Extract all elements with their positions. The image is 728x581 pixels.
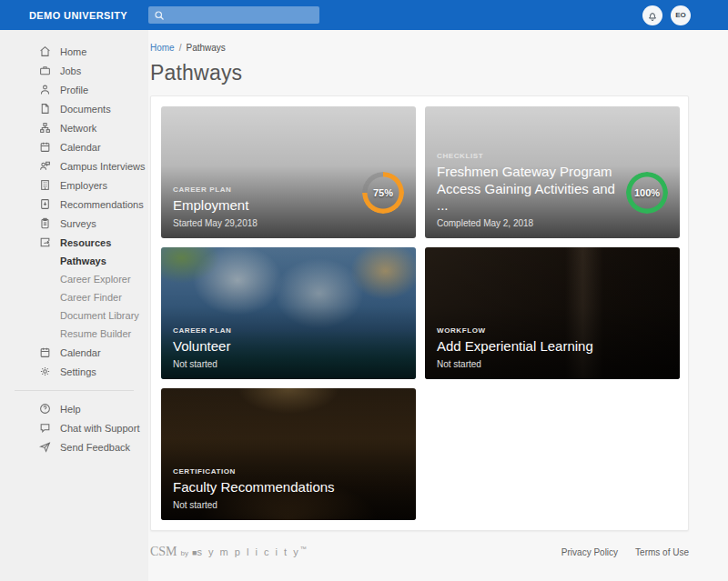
sidebar-item-label: Settings [60,366,96,377]
sidebar-subitem-resume-builder[interactable]: Resume Builder [0,325,148,343]
sidebar-item-label: Calendar [60,347,101,358]
trademark-symbol: ™ [300,546,308,552]
top-bar: DEMO UNIVERSITY EO [0,0,728,30]
sidebar-item-jobs[interactable]: Jobs [0,61,148,80]
sidebar-subitem-label: Document Library [60,310,139,321]
sidebar-item-label: Home [60,46,86,57]
sidebar-subitem-career-finder[interactable]: Career Finder [0,288,148,306]
sidebar-item-home[interactable]: Home [0,42,148,61]
sidebar-item-send-feedback[interactable]: Send Feedback [0,437,148,456]
card-status: Not started [173,500,352,510]
csm-wordmark: CSM [150,545,177,559]
sidebar-item-label: Documents [60,104,111,115]
topbar-actions: EO [642,5,728,25]
pathway-card-freshmen-gateway[interactable]: CHECKLIST Freshmen Gateway Program Acces… [425,106,680,238]
card-status: Not started [173,359,352,369]
pathway-card-employment[interactable]: CAREER PLAN Employment Started May 29,20… [161,106,416,238]
help-icon [38,403,51,416]
sidebar-item-resources[interactable]: Resources [0,233,148,252]
sidebar-item-label: Campus Interviews [60,161,146,172]
breadcrumb: Home / Pathways [150,43,689,53]
interview-icon [38,160,51,173]
breadcrumb-separator: / [179,43,182,53]
sidebar-item-calendar[interactable]: Calendar [0,137,148,156]
sidebar-item-surveys[interactable]: Surveys [0,214,148,233]
sidebar-subitem-label: Career Finder [60,292,122,303]
logo-by-text: by [181,549,188,557]
survey-icon [38,217,51,230]
bell-icon [647,10,658,21]
sidebar-item-label: Resources [60,237,111,248]
sidebar: Home Jobs Profile Documents Network [0,30,148,581]
sidebar-item-label: Calendar [60,142,101,153]
privacy-policy-link[interactable]: Privacy Policy [561,547,618,557]
card-category: CERTIFICATION [173,467,352,476]
calendar-icon [38,346,51,359]
sidebar-item-documents[interactable]: Documents [0,99,148,118]
sidebar-item-profile[interactable]: Profile [0,80,148,99]
page-title: Pathways [150,61,689,85]
terms-of-use-link[interactable]: Terms of Use [635,547,689,557]
sidebar-item-recommendations[interactable]: Recommendations [0,195,148,214]
card-text: CHECKLIST Freshmen Gateway Program Acces… [437,152,616,228]
send-icon [38,441,51,454]
pathway-card-experiential-learning[interactable]: WORKFLOW Add Experiential Learning Not s… [425,247,680,379]
sidebar-item-label: Chat with Support [60,423,139,434]
card-category: CHECKLIST [437,152,616,160]
sidebar-subitem-label: Resume Builder [60,328,131,339]
footer-links: Privacy Policy Terms of Use [561,547,689,557]
card-title: Freshmen Gateway Program Access Gaining … [437,164,616,215]
notifications-button[interactable] [642,5,662,25]
sidebar-item-label: Recommendations [60,199,144,210]
sidebar-subitem-career-explorer[interactable]: Career Explorer [0,270,148,288]
card-text: CERTIFICATION Faculty Recommendations No… [173,467,352,510]
sidebar-item-chat-with-support[interactable]: Chat with Support [0,418,148,437]
card-status: Completed May 2, 2018 [437,218,616,228]
sidebar-item-label: Help [60,404,81,415]
sidebar-item-label: Send Feedback [60,442,130,453]
building-icon [38,179,51,192]
pathway-card-faculty-recommendations[interactable]: CERTIFICATION Faculty Recommendations No… [161,388,416,520]
progress-label: 75% [362,172,404,214]
pathway-cards-grid: CAREER PLAN Employment Started May 29,20… [161,106,678,520]
user-avatar[interactable]: EO [671,5,691,25]
breadcrumb-current: Pathways [186,43,225,53]
progress-label: 100% [626,172,668,214]
pathway-card-volunteer[interactable]: CAREER PLAN Volunteer Not started [161,247,416,379]
briefcase-icon [38,65,51,77]
sidebar-item-employers[interactable]: Employers [0,175,148,195]
sidebar-item-campus-interviews[interactable]: Campus Interviews [0,156,148,175]
breadcrumb-home-link[interactable]: Home [150,43,175,53]
sidebar-subitem-document-library[interactable]: Document Library [0,306,148,325]
sidebar-item-settings[interactable]: Settings [0,362,148,381]
csm-symplicity-logo: CSM by ■s y m p l i c i t y™ [150,545,308,559]
card-category: CAREER PLAN [173,326,352,335]
sidebar-item-label: Jobs [60,65,81,76]
card-text: CAREER PLAN Employment Started May 29,20… [173,185,352,228]
calendar-icon [38,141,51,154]
sidebar-item-label: Network [60,123,96,134]
card-title: Employment [173,197,352,215]
card-status: Started May 29,2018 [173,218,352,228]
sidebar-item-help[interactable]: Help [0,399,148,418]
university-brand: DEMO UNIVERSITY [0,10,148,21]
sidebar-subitem-pathways[interactable]: Pathways [0,252,148,270]
sidebar-divider [15,390,134,391]
person-icon [38,84,51,96]
resources-icon [38,236,51,249]
main-content: Home / Pathways Pathways CAREER PLAN Emp… [148,30,728,581]
sidebar-item-network[interactable]: Network [0,118,148,137]
gear-icon [38,366,51,378]
chat-icon [38,422,51,435]
card-status: Not started [437,359,616,369]
search-input[interactable] [165,10,314,21]
card-title: Add Experiential Learning [437,338,616,356]
symplicity-wordmark: ■s y m p l i c i t y™ [192,546,308,557]
sidebar-item-label: Surveys [60,218,96,229]
network-icon [38,122,51,135]
search-box[interactable] [148,6,319,24]
sidebar-item-calendar-lower[interactable]: Calendar [0,343,148,362]
pathways-panel: CAREER PLAN Employment Started May 29,20… [150,95,689,531]
card-text: WORKFLOW Add Experiential Learning Not s… [437,326,616,369]
sidebar-item-label: Profile [60,85,88,95]
